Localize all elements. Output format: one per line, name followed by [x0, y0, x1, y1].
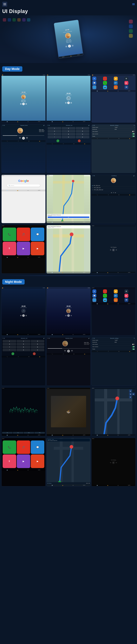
- night-nav-next-btn[interactable]: ⏭: [89, 483, 90, 484]
- num-star[interactable]: *: [48, 136, 61, 138]
- night-power-toggle[interactable]: [132, 348, 134, 350]
- day-music-1-next[interactable]: ⏭: [25, 103, 27, 105]
- night-app-app1[interactable]: ▶: [124, 294, 128, 298]
- day-music-2-prev[interactable]: ⏮: [65, 102, 67, 104]
- night-bt-music-next[interactable]: ⏭: [71, 350, 73, 352]
- night-num-1[interactable]: 1: [3, 340, 16, 342]
- app-icon-app5[interactable]: 🗺: [124, 85, 128, 89]
- night-music-1-next[interactable]: ⏭: [25, 315, 27, 316]
- night-num-star[interactable]: *: [3, 349, 16, 351]
- nav-right[interactable]: ►: [132, 393, 135, 396]
- num-6[interactable]: 6: [76, 130, 89, 132]
- night-music-2-prev[interactable]: ⏮: [65, 315, 67, 316]
- app-icon-music[interactable]: 🎵: [103, 77, 107, 80]
- carplay-phone[interactable]: 📞: [3, 228, 16, 241]
- now-play[interactable]: ▶: [112, 248, 115, 252]
- night-eq-btn-3[interactable]: BAS: [24, 432, 34, 434]
- app-icon-app1[interactable]: ▶: [124, 81, 128, 85]
- night-app-app3[interactable]: 📷: [103, 298, 107, 302]
- app-icon-telegram[interactable]: ✈: [92, 77, 96, 80]
- app-icon-bt[interactable]: BT: [114, 81, 118, 85]
- night-eq-btn-4[interactable]: TRE: [34, 432, 45, 434]
- night-now-next[interactable]: ⏭: [116, 462, 117, 463]
- night-eq-btn-1[interactable]: EQ: [2, 432, 12, 434]
- night-eq-btn-2[interactable]: VOL: [13, 432, 23, 434]
- social-track-3[interactable]: 🎵 华年_双笙_双笙.mp3: [92, 189, 135, 191]
- night-num-3[interactable]: 3: [31, 340, 44, 342]
- carplay-podcast[interactable]: 🎙: [3, 242, 16, 255]
- num-9[interactable]: 9: [76, 133, 89, 136]
- day-music-2-next[interactable]: ⏭: [70, 102, 72, 104]
- carplay-music[interactable]: 🎵: [17, 228, 30, 241]
- num-7[interactable]: 7: [48, 133, 61, 136]
- night-call-end[interactable]: 📵: [33, 352, 36, 355]
- day-music-1-prev[interactable]: ⏮: [20, 103, 22, 105]
- num-3[interactable]: 3: [76, 127, 89, 130]
- social-track-2[interactable]: 🎵 华年_双笙.mp3: [92, 187, 135, 189]
- map-go-button[interactable]: GO: [48, 216, 89, 218]
- num-0[interactable]: 0: [62, 136, 75, 138]
- google-search-bar[interactable]: 🔍 Search...: [7, 184, 40, 187]
- auto-connect-toggle[interactable]: [132, 133, 134, 134]
- night-nav-play-btn[interactable]: ▶: [88, 483, 88, 484]
- social-track-1[interactable]: ▶ 华年_双笙.mp3: [92, 185, 135, 187]
- num-1[interactable]: 1: [48, 127, 61, 130]
- night-num-8[interactable]: 8: [17, 346, 30, 348]
- day-music-1-play[interactable]: ⏸: [22, 103, 25, 105]
- next-button[interactable]: ⏭: [72, 44, 74, 47]
- nav-up[interactable]: ▲: [129, 390, 132, 392]
- now-prev[interactable]: ⏮: [110, 249, 111, 250]
- night-app-bt[interactable]: BT: [114, 294, 118, 298]
- night-num-5[interactable]: 5: [17, 343, 30, 345]
- carplay-app1[interactable]: ▶: [17, 242, 30, 255]
- social-play[interactable]: ⏸: [113, 192, 114, 193]
- app-icon-wechat[interactable]: 💬: [92, 81, 96, 85]
- num-2[interactable]: 2: [62, 127, 75, 130]
- night-app-app5[interactable]: 🗺: [124, 298, 128, 302]
- menu-icon[interactable]: [2, 2, 7, 7]
- now-next[interactable]: ⏭: [116, 249, 117, 250]
- night-num-7[interactable]: 7: [3, 346, 16, 348]
- night-app-music[interactable]: 🎵: [103, 290, 107, 293]
- app-icon-app3[interactable]: 📷: [103, 85, 107, 89]
- night-music-2-next[interactable]: ⏭: [70, 315, 72, 316]
- night-auto-answer-toggle[interactable]: [132, 344, 134, 345]
- app-icon-app2[interactable]: 🌐: [92, 85, 96, 89]
- power-toggle[interactable]: [132, 136, 134, 137]
- night-call-answer[interactable]: 📞: [12, 352, 14, 355]
- bt-music-prev[interactable]: ⏮: [19, 137, 21, 139]
- night-app-settings[interactable]: ⚙: [124, 290, 128, 293]
- night-music-2-play[interactable]: ⏸: [67, 314, 70, 317]
- night-carplay-app1[interactable]: ▶: [17, 454, 30, 468]
- app-icon-phone[interactable]: 📞: [103, 81, 107, 85]
- night-app-app2[interactable]: 🌐: [92, 298, 96, 302]
- night-app-phone[interactable]: 📞: [103, 294, 107, 298]
- night-music-1-prev[interactable]: ⏮: [20, 315, 22, 316]
- night-num-4[interactable]: 4: [3, 343, 16, 345]
- night-num-9[interactable]: 9: [31, 346, 44, 348]
- call-answer-btn[interactable]: 📞: [56, 140, 59, 142]
- call-end-btn[interactable]: 📵: [78, 140, 81, 142]
- app-icon-files[interactable]: 📁: [114, 77, 118, 80]
- night-bt-music-prev[interactable]: ⏮: [64, 350, 66, 352]
- carplay-messages[interactable]: 💬: [31, 228, 44, 241]
- night-carplay-phone[interactable]: 📞: [3, 440, 16, 454]
- num-5[interactable]: 5: [62, 130, 75, 132]
- night-num-6[interactable]: 6: [31, 343, 44, 345]
- night-bt-music-play[interactable]: ⏸: [67, 350, 70, 352]
- num-4[interactable]: 4: [48, 130, 61, 132]
- night-now-play[interactable]: ▶: [112, 461, 115, 464]
- social-next[interactable]: ⏭: [115, 192, 116, 193]
- night-app-files[interactable]: 📁: [114, 290, 118, 293]
- night-app-app4[interactable]: 📻: [114, 298, 118, 302]
- app-icon-app4[interactable]: 📻: [114, 85, 118, 89]
- day-music-2-play[interactable]: ⏸: [67, 102, 70, 104]
- play-pause-button[interactable]: ⏸: [68, 44, 71, 48]
- app-icon-settings[interactable]: ⚙: [124, 77, 128, 80]
- prev-button[interactable]: ⏮: [65, 46, 68, 48]
- social-prev[interactable]: ⏮: [111, 192, 112, 193]
- night-nav-prev-btn[interactable]: ⏮: [86, 483, 87, 484]
- night-num-0[interactable]: 0: [17, 349, 30, 351]
- night-app-telegram[interactable]: ✈: [92, 290, 96, 293]
- night-app-wechat[interactable]: 💬: [92, 294, 96, 298]
